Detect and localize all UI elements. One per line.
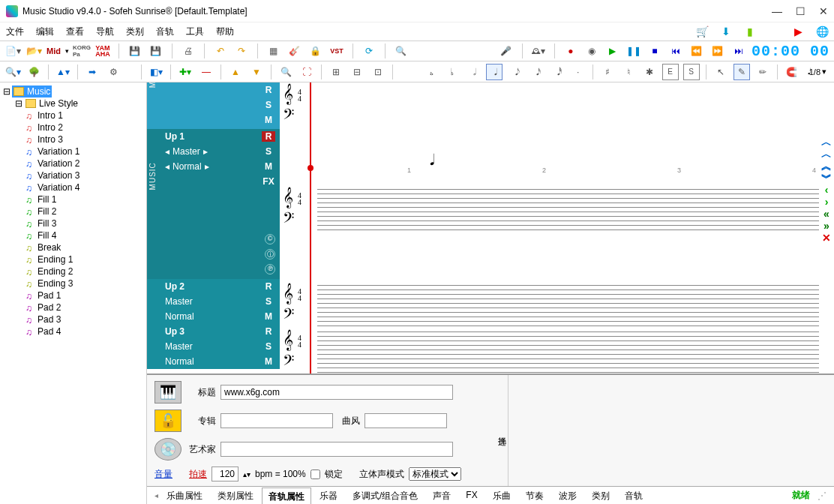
ruler-a[interactable]: ⊞ bbox=[328, 64, 344, 80]
tab-类别属性[interactable]: 类别属性 bbox=[211, 487, 260, 505]
note-dot[interactable]: · bbox=[570, 64, 586, 80]
tree-leaf[interactable]: Ending 1 bbox=[24, 254, 143, 266]
album-input[interactable] bbox=[220, 413, 333, 428]
note-sixteenth[interactable]: 𝅘𝅥𝅯 bbox=[528, 64, 544, 80]
zoom-button[interactable]: 🔍 bbox=[278, 64, 294, 80]
track-master[interactable]: MASTER R S M bbox=[147, 82, 280, 129]
tab-乐器[interactable]: 乐器 bbox=[313, 487, 344, 505]
sharp-button[interactable]: ♯ bbox=[599, 64, 616, 80]
redo-button[interactable]: ↷ bbox=[233, 43, 250, 59]
scroll-dup-icon[interactable]: ︽ bbox=[821, 160, 832, 171]
m-button[interactable]: M bbox=[262, 115, 275, 125]
staff-area[interactable]: 𝄞44 𝄢 1 2 3 4 𝅘𝅥 𝄞44 𝄢 𝄞44 𝄢 𝄞44 bbox=[280, 82, 819, 374]
mid-label[interactable]: Mid bbox=[46, 46, 61, 56]
tree-leaf[interactable]: Pad 2 bbox=[24, 302, 143, 314]
menu-view[interactable]: 查看 bbox=[66, 26, 84, 38]
draw-tool[interactable]: ✎ bbox=[734, 64, 750, 80]
globe-icon[interactable]: 🌐 bbox=[816, 26, 828, 38]
minimize-button[interactable]: — bbox=[772, 5, 782, 17]
record-alt-button[interactable]: ◉ bbox=[584, 43, 600, 59]
record-button[interactable]: ● bbox=[562, 43, 579, 59]
track-up2[interactable]: Up 2R MasterS NormalM bbox=[147, 279, 280, 324]
mic-icon[interactable]: 🎤 bbox=[498, 43, 514, 59]
saveall-button[interactable]: 💾 bbox=[148, 43, 164, 59]
tree-leaf[interactable]: Intro 2 bbox=[24, 122, 143, 134]
yamaha-icon[interactable]: YAMAHA bbox=[94, 43, 111, 59]
pause-button[interactable]: ❚❚ bbox=[626, 43, 642, 59]
collapse-button[interactable]: ▲▾ bbox=[55, 64, 71, 80]
tree-leaf[interactable]: Intro 3 bbox=[24, 134, 143, 146]
pointer-tool[interactable]: ↖ bbox=[712, 64, 729, 80]
tree-leaf[interactable]: Ending 2 bbox=[24, 266, 143, 278]
lock-icon[interactable]: 🔓 bbox=[154, 410, 182, 432]
r-button[interactable]: R bbox=[262, 326, 275, 337]
p-icon[interactable]: ℗ bbox=[265, 264, 275, 274]
remove-button[interactable]: — bbox=[198, 64, 214, 80]
tree-leaf[interactable]: Variation 2 bbox=[24, 158, 143, 170]
title-input[interactable] bbox=[220, 385, 453, 400]
menu-file[interactable]: 文件 bbox=[6, 26, 24, 38]
apple-icon[interactable] bbox=[768, 26, 780, 38]
note-quarter[interactable]: 𝅘𝅥 bbox=[486, 64, 502, 80]
zoom-out-button[interactable]: 🔍▾ bbox=[4, 64, 21, 80]
e-button[interactable]: E bbox=[662, 64, 679, 80]
s-button[interactable]: S bbox=[262, 341, 275, 352]
erase-tool[interactable]: ✏ bbox=[754, 64, 771, 80]
s-button[interactable]: S bbox=[262, 100, 275, 110]
tab-音轨[interactable]: 音轨 bbox=[618, 487, 650, 505]
up-button[interactable]: ▲ bbox=[227, 64, 244, 80]
play-button[interactable]: ▶ bbox=[604, 43, 621, 59]
settings-icon[interactable]: ⚙ bbox=[105, 64, 122, 80]
tab-声音[interactable]: 声音 bbox=[426, 487, 458, 505]
nav-left-icon[interactable]: ‹ bbox=[825, 184, 829, 195]
tree-leaf[interactable]: Variation 3 bbox=[24, 170, 143, 182]
s-button[interactable]: S bbox=[262, 146, 275, 157]
tree-style[interactable]: ⊟ Live Style bbox=[14, 98, 143, 110]
undo-button[interactable]: ↶ bbox=[212, 43, 229, 59]
tree-leaf[interactable]: Intro 1 bbox=[24, 110, 143, 122]
square-button[interactable]: ◧▾ bbox=[148, 64, 164, 80]
copyright-icon[interactable]: © bbox=[265, 234, 275, 244]
save-button[interactable]: 💾 bbox=[127, 43, 143, 59]
menu-category[interactable]: 类别 bbox=[126, 26, 144, 38]
metronome-icon[interactable]: 🕰▾ bbox=[530, 43, 547, 59]
ruler-b[interactable]: ⊟ bbox=[349, 64, 365, 80]
tab-FX[interactable]: FX bbox=[459, 487, 484, 505]
fx-button[interactable]: FX bbox=[262, 176, 275, 187]
guitar-icon[interactable]: 🎸 bbox=[286, 43, 303, 59]
resize-grip[interactable]: ⋰ bbox=[818, 490, 826, 501]
m-button[interactable]: M bbox=[262, 161, 275, 172]
note-half-dot[interactable]: 𝅗𝅥· bbox=[444, 64, 460, 80]
add-button[interactable]: ✚▾ bbox=[177, 64, 194, 80]
vst-button[interactable]: VST bbox=[328, 43, 345, 59]
info-icon[interactable]: ⓘ bbox=[265, 249, 275, 260]
android-icon[interactable]: ▮ bbox=[744, 26, 756, 38]
natural-button[interactable]: ♮ bbox=[620, 64, 637, 80]
new-button[interactable]: 📄▾ bbox=[4, 43, 21, 59]
tree-leaf[interactable]: Break bbox=[24, 242, 143, 254]
playhead[interactable] bbox=[310, 82, 311, 374]
skip-start-button[interactable]: ⏮ bbox=[668, 43, 684, 59]
goto-button[interactable]: ➡ bbox=[84, 64, 100, 80]
close-track-icon[interactable]: ✕ bbox=[822, 232, 831, 243]
tree-leaf[interactable]: Variation 4 bbox=[24, 182, 143, 194]
menu-help[interactable]: 帮助 bbox=[216, 26, 234, 38]
grid-button[interactable]: ▦ bbox=[266, 43, 282, 59]
track-sub[interactable]: Master bbox=[152, 146, 262, 157]
tree-leaf[interactable]: Pad 3 bbox=[24, 314, 143, 326]
tree-leaf[interactable]: Pad 4 bbox=[24, 326, 143, 338]
maximize-button[interactable]: ☐ bbox=[796, 5, 806, 17]
ruler-c[interactable]: ⊡ bbox=[370, 64, 386, 80]
r-button[interactable]: R bbox=[262, 131, 275, 142]
artist-input[interactable] bbox=[220, 442, 453, 457]
track-sub[interactable]: Normal bbox=[152, 161, 262, 172]
scroll-up-icon[interactable]: ︿ bbox=[821, 136, 832, 147]
lock-checkbox[interactable] bbox=[310, 470, 320, 479]
tree-leaf[interactable]: Variation 1 bbox=[24, 146, 143, 158]
tab-节奏[interactable]: 节奏 bbox=[519, 487, 550, 505]
mode-select[interactable]: 标准模式 bbox=[409, 467, 461, 481]
volume-link[interactable]: 音量 bbox=[154, 468, 172, 481]
refresh-button[interactable]: ⟳ bbox=[361, 43, 377, 59]
note-half[interactable]: 𝅗𝅥 bbox=[465, 64, 482, 80]
bpm-input[interactable] bbox=[212, 466, 238, 482]
